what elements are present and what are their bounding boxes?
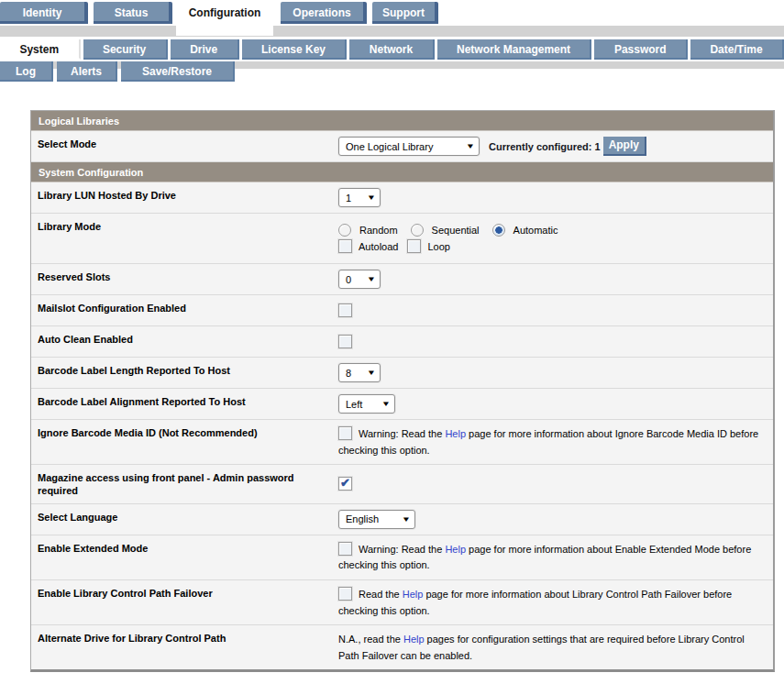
apply-button[interactable]: Apply (603, 137, 646, 156)
row-label: Select Mode (31, 131, 336, 161)
table-row-alternate-drive: Alternate Drive for Library Control Path… (31, 625, 773, 669)
help-link[interactable]: Help (445, 428, 466, 439)
table-row-select-mode: Select Mode One Logical Library ▼ Curren… (31, 131, 773, 162)
chevron-down-icon: ▼ (367, 193, 376, 202)
table-row-library-lun: Library LUN Hosted By Drive 1 ▼ (31, 182, 773, 214)
select-mode-dropdown[interactable]: One Logical Library ▼ (338, 137, 480, 156)
table-row-barcode-alignment: Barcode Label Alignment Reported To Host… (31, 389, 773, 420)
help-link[interactable]: Help (403, 589, 424, 600)
reserved-slots-value: 0 (346, 274, 351, 285)
warning-text: Warning: Read the (359, 544, 445, 555)
loop-checkbox[interactable] (407, 239, 421, 253)
tab-network-management[interactable]: Network Management (437, 39, 592, 60)
tab-drive[interactable]: Drive (171, 39, 239, 60)
radio-label-sequential: Sequential (432, 225, 480, 236)
tab-save-restore[interactable]: Save/Restore (121, 61, 235, 82)
chevron-down-icon: ▼ (402, 515, 411, 524)
autoload-checkbox[interactable] (338, 239, 352, 253)
row-label: Reserved Slots (31, 264, 336, 294)
table-row-barcode-length: Barcode Label Length Reported To Host 8 … (31, 358, 773, 389)
radio-label-automatic: Automatic (513, 225, 558, 236)
barcode-length-dropdown[interactable]: 8 ▼ (338, 363, 381, 382)
row-label: Library LUN Hosted By Drive (31, 182, 336, 213)
barcode-length-value: 8 (346, 368, 351, 379)
chevron-down-icon: ▼ (466, 142, 475, 150)
row-label: Barcode Label Alignment Reported To Host (31, 389, 336, 419)
info-text: N.A., read the (338, 634, 403, 645)
warning-text: Warning: Read the (359, 428, 445, 439)
row-label: Enable Extended Mode (31, 535, 336, 579)
row-label: Select Language (31, 504, 336, 535)
tab-configuration[interactable]: Configuration (178, 2, 275, 24)
auto-clean-enabled-checkbox[interactable] (338, 335, 352, 348)
secondary-tab-bar: System Security Drive License Key Networ… (0, 39, 784, 60)
info-text: Read the (359, 589, 403, 600)
table-row-select-language: Select Language English ▼ (31, 504, 773, 535)
tab-security[interactable]: Security (83, 39, 168, 60)
tab-network[interactable]: Network (349, 39, 434, 60)
tab-log[interactable]: Log (0, 61, 53, 82)
table-row-library-mode: Library Mode Random Sequential Automatic… (31, 214, 773, 264)
chevron-down-icon: ▼ (381, 400, 391, 408)
library-mode-radio-sequential[interactable] (411, 224, 424, 237)
library-lun-dropdown[interactable]: 1 ▼ (338, 188, 381, 207)
tab-date-time[interactable]: Date/Time (690, 39, 784, 60)
reserved-slots-dropdown[interactable]: 0 ▼ (338, 270, 381, 289)
tertiary-tab-bar: Log Alerts Save/Restore (0, 61, 784, 85)
section-header-logical-libraries: Logical Libraries (31, 111, 773, 131)
chevron-down-icon: ▼ (367, 369, 376, 377)
table-row-magazine-access: Magazine access using front panel - Admi… (31, 465, 773, 504)
barcode-alignment-dropdown[interactable]: Left ▼ (338, 394, 395, 414)
row-label: Barcode Label Length Reported To Host (31, 358, 336, 388)
library-mode-radio-random[interactable] (338, 224, 351, 237)
section-header-system-configuration: System Configuration (31, 162, 773, 182)
row-label: Enable Library Control Path Failover (31, 580, 336, 624)
extended-mode-checkbox[interactable] (338, 542, 352, 556)
language-value: English (346, 513, 379, 524)
table-row-mailslot: Mailslot Configuration Enabled (31, 295, 773, 326)
table-row-control-path-failover: Enable Library Control Path Failover Rea… (31, 580, 773, 625)
ignore-barcode-checkbox[interactable] (338, 426, 352, 440)
table-row-auto-clean: Auto Clean Enabled (31, 326, 773, 358)
barcode-alignment-value: Left (346, 399, 362, 410)
row-label: Library Mode (31, 214, 336, 263)
row-label: Magazine access using front panel - Admi… (31, 465, 336, 503)
system-configuration-table: Logical Libraries Select Mode One Logica… (30, 110, 775, 672)
library-mode-radio-automatic[interactable] (492, 224, 505, 237)
tab-operations[interactable]: Operations (281, 2, 367, 24)
tab-license-key[interactable]: License Key (242, 39, 348, 60)
table-row-reserved-slots: Reserved Slots 0 ▼ (31, 264, 773, 295)
tab-alerts[interactable]: Alerts (57, 61, 117, 82)
control-path-failover-checkbox[interactable] (338, 587, 352, 601)
row-label: Ignore Barcode Media ID (Not Recommended… (31, 420, 336, 464)
checkbox-label-loop: Loop (427, 241, 449, 252)
checkbox-label-autoload: Autoload (359, 241, 398, 252)
tab-system[interactable]: System (0, 39, 81, 60)
mailslot-enabled-checkbox[interactable] (338, 303, 352, 317)
tab-support[interactable]: Support (372, 2, 438, 24)
help-link[interactable]: Help (445, 544, 466, 555)
tab-status[interactable]: Status (94, 2, 172, 24)
magazine-access-checkbox[interactable] (338, 477, 352, 491)
library-lun-value: 1 (346, 193, 351, 204)
tab-identity[interactable]: Identity (0, 2, 88, 24)
divider-strip (0, 26, 784, 37)
currently-configured-text: Currently configured: 1 (489, 141, 601, 152)
row-label: Auto Clean Enabled (31, 326, 336, 357)
select-mode-value: One Logical Library (346, 141, 433, 152)
row-label: Mailslot Configuration Enabled (31, 295, 336, 325)
chevron-down-icon: ▼ (367, 275, 376, 283)
row-label: Alternate Drive for Library Control Path (31, 625, 336, 669)
table-row-extended-mode: Enable Extended Mode Warning: Read the H… (31, 535, 773, 580)
help-link[interactable]: Help (403, 634, 425, 645)
tab-password[interactable]: Password (594, 39, 688, 60)
primary-tab-bar: Identity Status Configuration Operations… (0, 0, 784, 24)
table-row-ignore-barcode-media-id: Ignore Barcode Media ID (Not Recommended… (31, 420, 773, 465)
radio-label-random: Random (359, 225, 398, 236)
language-dropdown[interactable]: English ▼ (338, 510, 415, 529)
